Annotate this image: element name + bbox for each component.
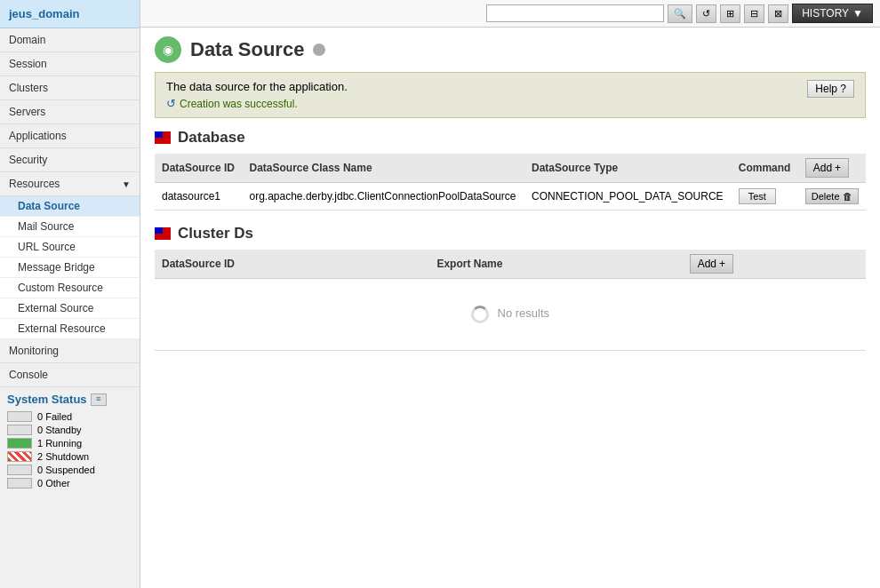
sidebar-item-external-source[interactable]: External Source bbox=[0, 298, 140, 319]
col-type: DataSource Type bbox=[524, 154, 732, 183]
database-add-button[interactable]: Add + bbox=[805, 158, 849, 178]
refresh-icon: ↺ bbox=[166, 97, 176, 110]
database-table-header: DataSource ID DataSource Class Name Data… bbox=[155, 154, 866, 183]
title-icon-symbol: ◉ bbox=[163, 43, 173, 57]
datasource-id-cell: datasource1 bbox=[155, 183, 243, 211]
delete-button[interactable]: Delete 🗑 bbox=[805, 188, 859, 204]
col-class-name: DataSource Class Name bbox=[243, 154, 525, 183]
suspended-bar bbox=[7, 465, 32, 475]
add-label: Add bbox=[813, 162, 832, 174]
info-banner: The data source for the application. ↺ C… bbox=[155, 72, 866, 118]
status-icon: ≡ bbox=[91, 393, 107, 406]
info-banner-content: The data source for the application. ↺ C… bbox=[166, 80, 348, 110]
test-button[interactable]: Test bbox=[739, 188, 776, 204]
search-input[interactable] bbox=[486, 4, 664, 22]
status-dot bbox=[313, 44, 325, 56]
domain-link[interactable]: jeus_domain bbox=[0, 0, 140, 28]
database-table: DataSource ID DataSource Class Name Data… bbox=[155, 154, 866, 211]
content-area: ◉ Data Source The data source for the ap… bbox=[140, 28, 880, 588]
other-label: 0 Other bbox=[37, 478, 70, 489]
database-section-title: Database bbox=[178, 129, 245, 147]
database-flag-icon bbox=[155, 131, 171, 144]
page-title-row: ◉ Data Source bbox=[155, 36, 866, 63]
status-row-suspended: 0 Suspended bbox=[7, 465, 132, 475]
history-button[interactable]: HISTORY ▼ bbox=[792, 4, 873, 23]
shutdown-label: 2 Shutdown bbox=[37, 451, 89, 462]
class-name-cell: org.apache.derby.jdbc.ClientConnectionPo… bbox=[243, 183, 525, 211]
sidebar-item-console[interactable]: Console bbox=[0, 363, 140, 387]
status-row-other: 0 Other bbox=[7, 478, 132, 489]
title-icon: ◉ bbox=[155, 36, 181, 63]
status-row-standby: 0 Standby bbox=[7, 425, 132, 435]
main-panel: 🔍 ↺ ⊞ ⊟ ⊠ HISTORY ▼ ◉ Data Source The da… bbox=[140, 0, 880, 588]
cluster-col-add-action: Add + bbox=[683, 250, 866, 279]
sidebar-item-mail-source[interactable]: Mail Source bbox=[0, 217, 140, 237]
sidebar-item-domain[interactable]: Domain bbox=[0, 28, 140, 52]
sidebar-item-message-bridge[interactable]: Message Bridge bbox=[0, 258, 140, 278]
search-button[interactable]: 🔍 bbox=[668, 4, 692, 23]
running-bar bbox=[7, 438, 32, 449]
no-results-text: No results bbox=[498, 306, 550, 320]
col-add-action: Add + bbox=[798, 154, 866, 183]
history-chevron-icon: ▼ bbox=[852, 7, 863, 20]
help-button[interactable]: Help ? bbox=[807, 80, 854, 98]
suspended-label: 0 Suspended bbox=[37, 465, 95, 475]
test-cell: Test bbox=[732, 183, 798, 211]
no-results-row: No results bbox=[155, 279, 866, 351]
sidebar-item-security[interactable]: Security bbox=[0, 148, 140, 172]
database-section-header: Database bbox=[155, 129, 866, 147]
chevron-down-icon: ▼ bbox=[122, 179, 131, 189]
sidebar-item-servers[interactable]: Servers bbox=[0, 100, 140, 124]
export1-button[interactable]: ⊞ bbox=[720, 4, 740, 23]
delete-icon: 🗑 bbox=[843, 191, 852, 202]
sidebar: jeus_domain Domain Session Clusters Serv… bbox=[0, 0, 140, 588]
sidebar-item-session[interactable]: Session bbox=[0, 52, 140, 76]
cluster-add-icon: + bbox=[719, 258, 725, 270]
col-datasource-id: DataSource ID bbox=[155, 154, 243, 183]
export2-button[interactable]: ⊟ bbox=[744, 4, 764, 23]
add-icon: + bbox=[835, 162, 841, 174]
refresh-button[interactable]: ↺ bbox=[696, 4, 716, 23]
sidebar-item-external-resource[interactable]: External Resource bbox=[0, 319, 140, 339]
delete-cell: Delete 🗑 bbox=[798, 183, 866, 211]
table-row: datasource1 org.apache.derby.jdbc.Client… bbox=[155, 183, 866, 211]
no-results-message: No results bbox=[162, 284, 859, 345]
sidebar-item-monitoring[interactable]: Monitoring bbox=[0, 339, 140, 363]
system-status-title: System Status ≡ bbox=[7, 393, 132, 406]
export3-button[interactable]: ⊠ bbox=[768, 4, 788, 23]
sidebar-resources-header[interactable]: Resources ▼ bbox=[0, 172, 140, 196]
sidebar-item-custom-resource[interactable]: Custom Resource bbox=[0, 278, 140, 298]
cluster-add-label: Add bbox=[698, 258, 716, 270]
success-text: Creation was successful. bbox=[180, 98, 298, 110]
resources-submenu: Data Source Mail Source URL Source Messa… bbox=[0, 196, 140, 339]
no-results-cell: No results bbox=[155, 279, 866, 351]
sidebar-item-data-source[interactable]: Data Source bbox=[0, 196, 140, 217]
shutdown-bar bbox=[7, 451, 32, 462]
success-message: ↺ Creation was successful. bbox=[166, 97, 348, 110]
status-row-failed: 0 Failed bbox=[7, 411, 132, 422]
cluster-ds-section-title: Cluster Ds bbox=[178, 225, 253, 242]
cluster-col-export: Export Name bbox=[429, 250, 682, 279]
cluster-ds-section-header: Cluster Ds bbox=[155, 225, 866, 242]
history-label: HISTORY bbox=[802, 7, 849, 20]
system-status-panel: System Status ≡ 0 Failed 0 Standby 1 Run… bbox=[0, 387, 140, 588]
status-row-running: 1 Running bbox=[7, 438, 132, 449]
sidebar-item-url-source[interactable]: URL Source bbox=[0, 237, 140, 258]
page-title: Data Source bbox=[190, 38, 304, 61]
status-row-shutdown: 2 Shutdown bbox=[7, 451, 132, 462]
sidebar-item-applications[interactable]: Applications bbox=[0, 124, 140, 148]
cluster-ds-table: DataSource ID Export Name Add + bbox=[155, 250, 866, 351]
cluster-col-id: DataSource ID bbox=[155, 250, 429, 279]
running-label: 1 Running bbox=[37, 438, 82, 449]
standby-bar bbox=[7, 425, 32, 435]
failed-bar bbox=[7, 411, 32, 422]
other-bar bbox=[7, 478, 32, 489]
sidebar-item-clusters[interactable]: Clusters bbox=[0, 76, 140, 100]
failed-label: 0 Failed bbox=[37, 411, 72, 422]
standby-label: 0 Standby bbox=[37, 425, 82, 435]
topbar: 🔍 ↺ ⊞ ⊟ ⊠ HISTORY ▼ bbox=[140, 0, 880, 28]
info-banner-text: The data source for the application. bbox=[166, 80, 348, 93]
resources-label: Resources bbox=[9, 178, 60, 190]
cluster-add-button[interactable]: Add + bbox=[690, 254, 733, 274]
cluster-flag-icon bbox=[155, 227, 171, 240]
